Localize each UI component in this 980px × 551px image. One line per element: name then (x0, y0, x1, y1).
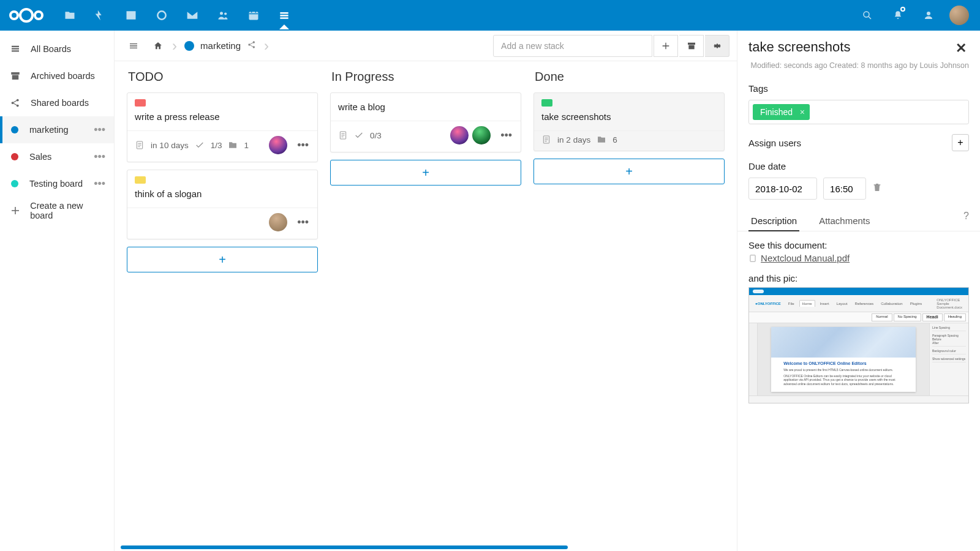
description-body[interactable]: See this document: Nextcloud Manual.pdf … (737, 231, 980, 412)
user-avatar[interactable] (946, 2, 973, 29)
tags-label: Tags (748, 83, 969, 94)
tab-description[interactable]: Description (748, 211, 799, 231)
card-more-icon[interactable]: ••• (295, 137, 311, 154)
more-icon[interactable]: ••• (94, 178, 105, 190)
share-icon[interactable] (247, 40, 257, 52)
board-color-dot (11, 153, 18, 160)
breadcrumb-board[interactable]: marketing (179, 40, 262, 52)
card-title: take screenshots (534, 107, 724, 128)
tags-input[interactable]: Finished × (748, 100, 969, 124)
files-icon[interactable] (56, 2, 83, 29)
tab-attachments[interactable]: Attachments (816, 211, 872, 231)
sidebar-create-board[interactable]: Create a new board (0, 197, 114, 224)
home-icon[interactable] (146, 34, 170, 58)
breadcrumb-sep: › (264, 37, 269, 54)
toggle-nav-icon[interactable] (122, 34, 145, 58)
close-icon[interactable]: ✕ (953, 39, 969, 58)
assignee-avatar[interactable] (449, 125, 470, 146)
tasks-icon (195, 140, 205, 150)
more-icon[interactable]: ••• (94, 151, 105, 163)
archive-button[interactable] (679, 35, 704, 57)
svg-point-10 (864, 12, 869, 17)
trash-icon[interactable] (872, 182, 882, 195)
search-icon[interactable] (854, 2, 881, 29)
card-attach: 6 (612, 135, 617, 144)
svg-rect-13 (12, 48, 19, 50)
add-stack-input[interactable] (493, 35, 652, 57)
preview-para: ONLYOFFICE Online Editors can be easily … (783, 374, 903, 386)
card-due: in 10 days (151, 141, 189, 150)
svg-rect-7 (280, 12, 288, 14)
assign-add-button[interactable]: + (952, 134, 969, 151)
card-tasks: 0/3 (370, 131, 382, 140)
card-attach: 1 (244, 141, 249, 150)
assignee-avatar[interactable] (268, 212, 288, 233)
sidebar-all-boards[interactable]: All Boards (0, 36, 114, 62)
description-icon (541, 135, 551, 144)
sidebar: All Boards Archived boards Shared boards… (0, 31, 115, 551)
sidebar-archived[interactable]: Archived boards (0, 62, 114, 89)
sidebar-label: Testing board (29, 179, 83, 189)
mail-icon[interactable] (179, 2, 206, 29)
column-title[interactable]: TODO (127, 70, 318, 84)
panel-meta: Modified: seconds ago Created: 8 months … (737, 61, 980, 78)
due-date-input[interactable] (748, 178, 817, 200)
deck-icon[interactable] (271, 2, 298, 29)
tag-chip[interactable]: Finished × (753, 104, 810, 120)
card-footer: 0/3 ••• (331, 121, 521, 152)
column-title[interactable]: Done (533, 70, 725, 84)
help-icon[interactable]: ? (963, 211, 969, 231)
image-preview[interactable]: ●ONLYOFFICEFileHomeInsertLayoutReference… (748, 287, 969, 403)
add-stack-button[interactable] (654, 35, 678, 57)
calendar-icon[interactable] (240, 2, 267, 29)
svg-point-17 (12, 102, 14, 104)
sidebar-board-marketing[interactable]: marketing ••• (0, 116, 114, 143)
sidebar-board-testing[interactable]: Testing board ••• (0, 170, 114, 197)
assignee-avatar[interactable] (471, 125, 492, 146)
card[interactable]: take screenshots in 2 days 6 (533, 92, 725, 151)
settings-button[interactable] (705, 35, 729, 57)
card-title: think of a slogan (127, 184, 317, 205)
svg-point-1 (10, 12, 18, 19)
app-nav (56, 2, 298, 29)
more-icon[interactable]: ••• (94, 124, 105, 137)
contacts-menu-icon[interactable] (915, 2, 942, 29)
due-time-input[interactable] (823, 178, 866, 200)
svg-rect-14 (12, 50, 19, 51)
board-area: › marketing › TODO write a press release (115, 31, 737, 551)
card-more-icon[interactable]: ••• (498, 127, 514, 144)
nextcloud-logo[interactable] (7, 5, 45, 26)
card-title: write a press release (127, 107, 317, 128)
notifications-icon[interactable] (884, 2, 911, 29)
horizontal-scrollbar[interactable] (121, 545, 731, 549)
card[interactable]: think of a slogan ••• (127, 170, 318, 239)
board-color-dot (11, 126, 18, 133)
sidebar-board-sales[interactable]: Sales ••• (0, 143, 114, 170)
sidebar-shared[interactable]: Shared boards (0, 89, 114, 116)
preview-para: We are proud to present the first HTML5 … (783, 368, 903, 372)
card-footer: in 10 days 1/3 1 ••• (127, 130, 317, 162)
add-card-button[interactable]: + (533, 159, 725, 184)
breadcrumb-sep: › (172, 37, 177, 54)
activity-icon[interactable] (87, 2, 114, 29)
circles-icon[interactable] (148, 2, 175, 29)
card-more-icon[interactable]: ••• (295, 214, 311, 231)
card[interactable]: write a blog 0/3 ••• (330, 92, 521, 152)
svg-rect-24 (688, 45, 694, 49)
panel-title[interactable]: take screenshots (748, 39, 953, 55)
file-name[interactable]: Nextcloud Manual.pdf (761, 253, 850, 263)
file-link[interactable]: Nextcloud Manual.pdf (748, 253, 969, 263)
board-name: marketing (200, 40, 241, 51)
board-color-dot (11, 180, 18, 187)
column-title[interactable]: In Progress (330, 70, 521, 84)
assignee-avatar[interactable] (268, 135, 288, 156)
contacts-icon[interactable] (209, 2, 236, 29)
remove-tag-icon[interactable]: × (800, 107, 805, 117)
sidebar-label: Sales (29, 152, 51, 162)
gallery-icon[interactable] (118, 2, 145, 29)
card[interactable]: write a press release in 10 days 1/3 1 •… (127, 92, 318, 162)
svg-point-11 (927, 12, 930, 15)
add-card-button[interactable]: + (127, 247, 318, 272)
card-details-panel: take screenshots ✕ Modified: seconds ago… (737, 31, 980, 551)
add-card-button[interactable]: + (330, 160, 521, 186)
